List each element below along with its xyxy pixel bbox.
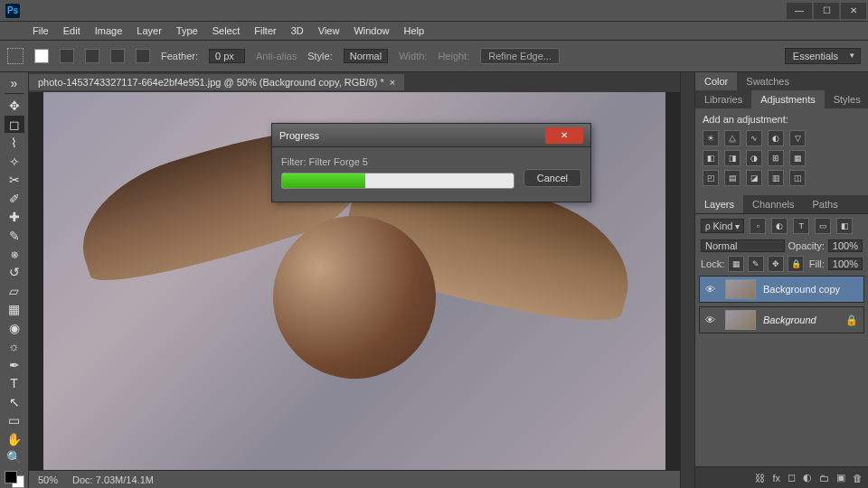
history-brush-tool-icon[interactable]: ↺ — [5, 264, 24, 280]
layer-name[interactable]: Background — [763, 314, 838, 325]
pen-tool-icon[interactable]: ✒ — [5, 357, 24, 373]
lasso-tool-icon[interactable]: ⌇ — [5, 135, 24, 151]
menu-type[interactable]: Type — [169, 25, 205, 36]
swatch-icon[interactable] — [34, 49, 49, 63]
menu-image[interactable]: Image — [88, 25, 130, 36]
maximize-button[interactable]: ☐ — [814, 3, 839, 19]
layer-row[interactable]: 👁 Background 🔒 — [699, 306, 864, 333]
fg-color-icon[interactable] — [5, 471, 17, 483]
eyedropper-tool-icon[interactable]: ✐ — [5, 190, 24, 206]
menu-view[interactable]: View — [311, 25, 347, 36]
tab-channels[interactable]: Channels — [743, 195, 803, 213]
wand-tool-icon[interactable]: ✧ — [5, 153, 24, 169]
filter-smart-icon[interactable]: ◧ — [836, 218, 853, 234]
filter-adj-icon[interactable]: ◐ — [771, 218, 788, 234]
heal-tool-icon[interactable]: ✚ — [5, 209, 24, 225]
selection-add-icon[interactable] — [85, 49, 99, 63]
dialog-titlebar[interactable]: Progress ✕ — [272, 124, 590, 147]
crop-tool-icon[interactable]: ✂ — [5, 172, 24, 188]
visibility-icon[interactable]: 👁 — [705, 284, 718, 295]
tab-layers[interactable]: Layers — [695, 195, 743, 213]
channel-mixer-icon[interactable]: ⊞ — [768, 150, 784, 166]
filter-type-icon[interactable]: T — [793, 218, 809, 234]
lock-all-icon[interactable]: 🔒 — [788, 256, 804, 272]
hand-tool-icon[interactable]: ✋ — [5, 430, 24, 446]
bw-icon[interactable]: ◨ — [724, 150, 741, 166]
blend-mode-select[interactable]: Normal — [701, 239, 785, 252]
feather-input[interactable]: 0 px — [209, 49, 245, 63]
path-select-tool-icon[interactable]: ↖ — [5, 394, 24, 410]
layer-thumb[interactable] — [725, 279, 756, 299]
opacity-input[interactable]: 100% — [828, 239, 863, 252]
blur-tool-icon[interactable]: ◉ — [5, 320, 24, 336]
visibility-icon[interactable]: 👁 — [705, 314, 718, 325]
menu-filter[interactable]: Filter — [247, 25, 283, 36]
minimize-button[interactable]: — — [787, 3, 812, 19]
shape-tool-icon[interactable]: ▭ — [5, 412, 24, 428]
menu-help[interactable]: Help — [397, 25, 432, 36]
dodge-tool-icon[interactable]: ☼ — [5, 338, 24, 354]
menu-layer[interactable]: Layer — [129, 25, 169, 36]
type-tool-icon[interactable]: T — [5, 375, 24, 391]
zoom-level[interactable]: 50% — [38, 474, 58, 485]
color-lookup-icon[interactable]: ▦ — [789, 150, 806, 166]
hue-icon[interactable]: ◧ — [703, 150, 719, 166]
layer-row[interactable]: 👁 Background copy — [699, 276, 864, 303]
filter-pixel-icon[interactable]: ▫ — [750, 218, 766, 234]
threshold-icon[interactable]: ◪ — [746, 170, 762, 186]
refine-edge-button[interactable]: Refine Edge... — [480, 48, 560, 64]
menu-select[interactable]: Select — [205, 25, 248, 36]
fill-input[interactable]: 100% — [828, 258, 863, 270]
vibrance-icon[interactable]: ▽ — [789, 130, 806, 146]
marquee-tool-icon[interactable]: ◻ — [5, 116, 24, 132]
menu-edit[interactable]: Edit — [56, 25, 88, 36]
selection-sub-icon[interactable] — [110, 49, 125, 63]
posterize-icon[interactable]: ▤ — [724, 170, 741, 186]
lock-trans-icon[interactable]: ▦ — [728, 256, 744, 272]
layer-thumb[interactable] — [725, 310, 756, 330]
new-fill-icon[interactable]: ◐ — [803, 472, 812, 483]
gradient-map-icon[interactable]: ▥ — [768, 170, 784, 186]
collapse-tools-icon[interactable]: » — [5, 76, 24, 94]
selection-new-icon[interactable] — [60, 49, 74, 63]
menu-file[interactable]: File — [25, 25, 56, 36]
eraser-tool-icon[interactable]: ▱ — [5, 283, 24, 299]
new-group-icon[interactable]: 🗀 — [819, 473, 829, 483]
tab-libraries[interactable]: Libraries — [695, 90, 751, 108]
invert-icon[interactable]: ◰ — [703, 170, 719, 186]
lock-pos-icon[interactable]: ✥ — [768, 256, 784, 272]
zoom-tool-icon[interactable]: 🔍 — [5, 449, 24, 465]
delete-layer-icon[interactable]: 🗑 — [853, 473, 863, 483]
filter-shape-icon[interactable]: ▭ — [815, 218, 831, 234]
new-layer-icon[interactable]: ▣ — [836, 472, 845, 483]
layer-name[interactable]: Background copy — [763, 284, 858, 295]
brightness-icon[interactable]: ☀ — [703, 130, 719, 146]
gradient-tool-icon[interactable]: ▦ — [5, 301, 24, 317]
tab-swatches[interactable]: Swatches — [737, 72, 798, 90]
exposure-icon[interactable]: ◐ — [768, 130, 784, 146]
brush-tool-icon[interactable]: ✎ — [5, 227, 24, 243]
stamp-tool-icon[interactable]: ⎈ — [5, 246, 24, 262]
move-tool-icon[interactable]: ✥ — [5, 98, 24, 114]
fx-icon[interactable]: fx — [772, 473, 780, 483]
tab-styles[interactable]: Styles — [825, 90, 868, 108]
tab-adjustments[interactable]: Adjustments — [751, 90, 825, 108]
lock-pixel-icon[interactable]: ✎ — [748, 256, 764, 272]
selection-intersect-icon[interactable] — [136, 49, 150, 63]
close-window-button[interactable]: ✕ — [841, 3, 866, 19]
color-swatches[interactable] — [5, 471, 24, 487]
levels-icon[interactable]: ⧋ — [724, 130, 741, 146]
style-select[interactable]: Normal — [344, 49, 388, 63]
tab-color[interactable]: Color — [695, 72, 737, 90]
active-tool-icon[interactable] — [7, 48, 24, 64]
menu-3d[interactable]: 3D — [284, 25, 311, 36]
close-tab-icon[interactable]: × — [390, 77, 395, 88]
workspace-switcher[interactable]: Essentials — [785, 48, 861, 64]
document-tab[interactable]: photo-1453743327117-664e2bf4e951.jpg @ 5… — [29, 74, 404, 90]
antialias-checkbox[interactable]: Anti-alias — [256, 51, 297, 61]
menu-window[interactable]: Window — [346, 25, 396, 36]
dialog-close-button[interactable]: ✕ — [545, 127, 583, 144]
mask-icon[interactable]: ◻ — [788, 472, 796, 483]
photo-filter-icon[interactable]: ◑ — [746, 150, 762, 166]
right-dock-strip[interactable] — [680, 72, 694, 488]
